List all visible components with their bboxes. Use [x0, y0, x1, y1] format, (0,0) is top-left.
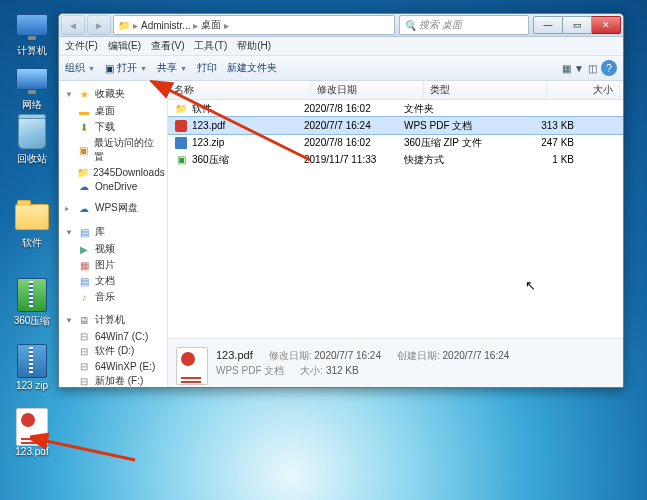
- file-row[interactable]: 123.pdf2020/7/7 16:24WPS PDF 文档313 KB: [168, 117, 623, 134]
- menu-help[interactable]: 帮助(H): [237, 39, 271, 53]
- file-name: 360压缩: [192, 153, 229, 167]
- crumb-user[interactable]: Administr...: [141, 20, 190, 31]
- desktop[interactable]: 计算机 网络 回收站 软件 360压缩 123 zip 123.pdf ◄ ► …: [0, 0, 647, 500]
- file-list[interactable]: 📁软件2020/7/8 16:02文件夹123.pdf2020/7/7 16:2…: [168, 100, 623, 338]
- tb-share[interactable]: 共享▼: [157, 61, 187, 75]
- side-drive-c[interactable]: ⊟64Win7 (C:): [59, 329, 167, 343]
- desktop-icon-folder-soft[interactable]: 软件: [8, 200, 56, 250]
- column-headers: 名称 修改日期 类型 大小: [168, 81, 623, 100]
- zip-icon: [174, 136, 188, 150]
- details-pane: 123.pdf 修改日期: 2020/7/7 16:24 创建日期: 2020/…: [168, 338, 623, 387]
- nav-pane: ▼★收藏夹 ▬桌面 ⬇下载 ▣最近访问的位置 📁2345Downloads ☁O…: [59, 81, 168, 387]
- minimize-button[interactable]: —: [533, 16, 563, 34]
- file-date: 2020/7/8 16:02: [304, 137, 404, 148]
- side-recent[interactable]: ▣最近访问的位置: [59, 135, 167, 165]
- search-icon: 🔍: [404, 20, 416, 31]
- label: 123.pdf: [8, 446, 56, 457]
- label: 123 zip: [8, 380, 56, 391]
- file-name: 软件: [192, 102, 212, 116]
- explorer-window: ◄ ► 📁 ▸ Administr... ▸ 桌面 ▸ 🔍 搜索 桌面 — ▭ …: [58, 13, 624, 388]
- tb-newfolder[interactable]: 新建文件夹: [227, 61, 277, 75]
- nav-fwd-button[interactable]: ►: [87, 15, 111, 35]
- desktop-icon-123pdf[interactable]: 123.pdf: [8, 410, 56, 457]
- col-date[interactable]: 修改日期: [311, 81, 424, 99]
- preview-pane-button[interactable]: ◫: [588, 63, 597, 74]
- side-videos[interactable]: ▶视频: [59, 241, 167, 257]
- address-bar[interactable]: 📁 ▸ Administr... ▸ 桌面 ▸: [113, 15, 395, 35]
- maximize-button[interactable]: ▭: [563, 16, 592, 34]
- label: 360压缩: [8, 314, 56, 328]
- file-row[interactable]: 123.zip2020/7/8 16:02360压缩 ZIP 文件247 KB: [168, 134, 623, 151]
- side-desktop[interactable]: ▬桌面: [59, 103, 167, 119]
- file-list-pane: 名称 修改日期 类型 大小 📁软件2020/7/8 16:02文件夹123.pd…: [168, 81, 623, 387]
- label: 回收站: [8, 152, 56, 166]
- menu-edit[interactable]: 编辑(E): [108, 39, 141, 53]
- desktop-icon-123zip[interactable]: 123 zip: [8, 344, 56, 391]
- desktop-icon-network[interactable]: 网络: [8, 62, 56, 112]
- side-libraries[interactable]: ▼▤库: [59, 223, 167, 241]
- pdf-icon: [174, 119, 188, 133]
- file-type: 快捷方式: [404, 153, 514, 167]
- col-type[interactable]: 类型: [424, 81, 547, 99]
- label: 软件: [8, 236, 56, 250]
- side-2345downloads[interactable]: 📁2345Downloads: [59, 165, 167, 179]
- file-date: 2020/7/8 16:02: [304, 103, 404, 114]
- close-button[interactable]: ✕: [592, 16, 621, 34]
- side-drive-e[interactable]: ⊟64WinXP (E:): [59, 359, 167, 373]
- menu-file[interactable]: 文件(F): [65, 39, 98, 53]
- col-size[interactable]: 大小: [547, 81, 620, 99]
- file-type: WPS PDF 文档: [404, 119, 514, 133]
- label: 计算机: [8, 44, 56, 58]
- file-size: 247 KB: [514, 137, 584, 148]
- side-wpscloud[interactable]: ▸☁WPS网盘: [59, 199, 167, 217]
- file-size: 313 KB: [514, 120, 584, 131]
- tb-print[interactable]: 打印: [197, 61, 217, 75]
- file-type: 360压缩 ZIP 文件: [404, 136, 514, 150]
- search-input[interactable]: 🔍 搜索 桌面: [399, 15, 529, 35]
- menu-tools[interactable]: 工具(T): [194, 39, 227, 53]
- file-type: 文件夹: [404, 102, 514, 116]
- file-row[interactable]: ▣360压缩2019/11/7 11:33快捷方式1 KB: [168, 151, 623, 168]
- side-computer[interactable]: ▼🖥计算机: [59, 311, 167, 329]
- view-mode-button[interactable]: ▦ ▼: [562, 63, 584, 74]
- file-name: 123.zip: [192, 137, 224, 148]
- col-name[interactable]: 名称: [168, 81, 311, 99]
- side-favorites[interactable]: ▼★收藏夹: [59, 85, 167, 103]
- desktop-icon-computer[interactable]: 计算机: [8, 8, 56, 58]
- side-drive-d[interactable]: ⊟软件 (D:): [59, 343, 167, 359]
- shortcut-icon: ▣: [174, 153, 188, 167]
- menubar: 文件(F) 编辑(E) 查看(V) 工具(T) 帮助(H): [59, 37, 623, 56]
- side-onedrive[interactable]: ☁OneDrive: [59, 179, 167, 193]
- side-drive-f[interactable]: ⊟新加卷 (F:): [59, 373, 167, 387]
- side-pictures[interactable]: ▦图片: [59, 257, 167, 273]
- tb-organize[interactable]: 组织▼: [65, 61, 95, 75]
- side-docs[interactable]: ▤文档: [59, 273, 167, 289]
- crumb-desktop[interactable]: 桌面: [201, 18, 221, 32]
- file-size: 1 KB: [514, 154, 584, 165]
- pdf-icon: [176, 347, 208, 385]
- toolbar: 组织▼ ▣ 打开▼ 共享▼ 打印 新建文件夹 ▦ ▼ ◫ ?: [59, 56, 623, 81]
- details-type: WPS PDF 文档: [216, 364, 284, 378]
- file-date: 2020/7/7 16:24: [304, 120, 404, 131]
- file-row[interactable]: 📁软件2020/7/8 16:02文件夹: [168, 100, 623, 117]
- tb-open[interactable]: ▣ 打开▼: [105, 61, 147, 75]
- nav-back-button[interactable]: ◄: [61, 15, 85, 35]
- folder-icon: 📁: [174, 102, 188, 116]
- side-music[interactable]: ♪音乐: [59, 289, 167, 305]
- desktop-icon-360zip[interactable]: 360压缩: [8, 278, 56, 328]
- desktop-icon-recycle-bin[interactable]: 回收站: [8, 116, 56, 166]
- side-downloads[interactable]: ⬇下载: [59, 119, 167, 135]
- file-date: 2019/11/7 11:33: [304, 154, 404, 165]
- menu-view[interactable]: 查看(V): [151, 39, 184, 53]
- label: 网络: [8, 98, 56, 112]
- titlebar[interactable]: ◄ ► 📁 ▸ Administr... ▸ 桌面 ▸ 🔍 搜索 桌面 — ▭ …: [59, 14, 623, 37]
- details-name: 123.pdf: [216, 349, 253, 363]
- folder-icon: 📁: [118, 20, 130, 31]
- file-name: 123.pdf: [192, 120, 225, 131]
- help-button[interactable]: ?: [601, 60, 617, 76]
